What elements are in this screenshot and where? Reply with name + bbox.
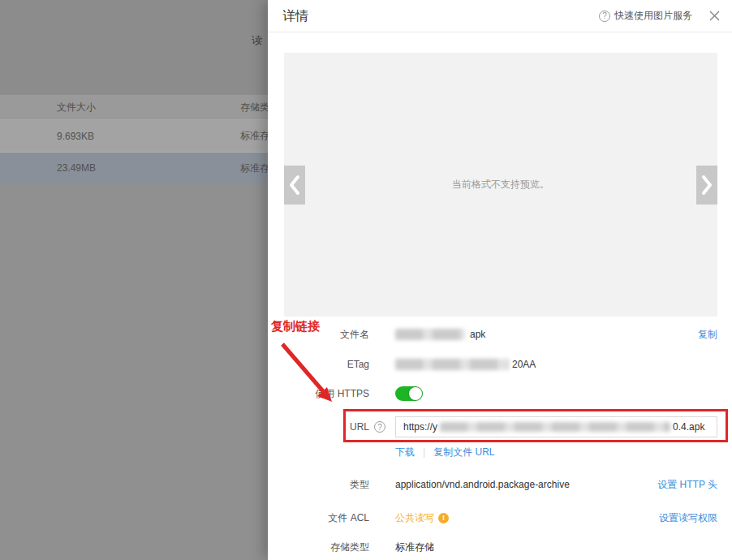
- type-value: application/vnd.android.package-archive: [395, 479, 570, 490]
- blurred-url-middle: [440, 422, 670, 432]
- annotation-copy-link-text: 复制链接: [271, 319, 320, 334]
- type-row: 类型 application/vnd.android.package-archi…: [268, 476, 732, 493]
- https-row: 使用 HTTPS: [268, 384, 732, 403]
- etag-label: ETag: [268, 359, 369, 370]
- panel-header-actions: ? 快速使用图片服务: [599, 0, 721, 32]
- acl-value-text: 公共读写: [395, 511, 434, 525]
- next-file-button[interactable]: [696, 166, 717, 205]
- etag-value: 20AA: [395, 359, 536, 370]
- link-separator: |: [423, 446, 425, 458]
- acl-value: 公共读写 !: [395, 511, 449, 525]
- storage-value: 标准存储: [395, 541, 434, 554]
- filename-suffix: apk: [470, 329, 485, 340]
- panel-title: 详情: [282, 0, 308, 32]
- file-preview-area: 当前格式不支持预览。: [284, 53, 717, 317]
- etag-suffix: 20AA: [512, 359, 536, 370]
- panel-header: 详情 ? 快速使用图片服务: [268, 0, 732, 32]
- url-actions: 下载 | 复制文件 URL: [395, 446, 494, 459]
- file-size-value: 23.49MB: [57, 153, 96, 183]
- url-help-icon[interactable]: ?: [374, 421, 385, 433]
- acl-row: 文件 ACL 公共读写 ! 设置读写权限: [268, 509, 732, 527]
- toggle-knob: [409, 387, 422, 400]
- url-row: URL ? https://y 0.4.apk: [268, 416, 732, 438]
- question-circle-icon: ?: [599, 11, 610, 22]
- url-label: URL: [268, 421, 369, 433]
- col-storage-class: 存储类: [240, 95, 269, 119]
- filename-row: 文件名 apk 复制: [268, 325, 732, 343]
- url-suffix: 0.4.apk: [673, 421, 704, 433]
- col-file-size: 文件大小: [57, 95, 96, 119]
- acl-label: 文件 ACL: [268, 511, 369, 525]
- close-icon[interactable]: [708, 10, 721, 22]
- copy-file-url-link[interactable]: 复制文件 URL: [433, 446, 494, 459]
- url-prefix: https://y: [403, 421, 437, 433]
- url-input[interactable]: https://y 0.4.apk: [395, 416, 717, 437]
- storage-row: 存储类型 标准存储: [268, 538, 732, 556]
- storage-class-value: 标准存: [240, 120, 269, 152]
- storage-label: 存储类型: [268, 541, 369, 554]
- storage-class-value: 标准存: [240, 153, 269, 183]
- previous-file-button[interactable]: [284, 166, 305, 205]
- url-actions-row: 下载 | 复制文件 URL: [268, 444, 732, 460]
- blurred-filename: [395, 329, 465, 340]
- chevron-left-icon: [284, 166, 305, 205]
- set-acl-link[interactable]: 设置读写权限: [659, 511, 717, 525]
- quick-image-service-link[interactable]: 快速使用图片服务: [614, 9, 692, 23]
- warning-icon: !: [438, 513, 449, 523]
- etag-row: ETag 20AA: [268, 355, 732, 373]
- filename-value: apk: [395, 329, 485, 340]
- type-label: 类型: [268, 478, 369, 492]
- preview-unsupported-message: 当前格式不支持预览。: [284, 53, 717, 317]
- file-size-value: 9.693KB: [57, 120, 94, 152]
- chevron-right-icon: [696, 166, 717, 205]
- blurred-etag: [395, 359, 509, 370]
- details-panel: 详情 ? 快速使用图片服务 当前格式不支持预览。 文件名: [268, 0, 732, 560]
- set-http-headers-link[interactable]: 设置 HTTP 头: [657, 478, 717, 492]
- use-https-label: 使用 HTTPS: [268, 387, 369, 401]
- https-toggle[interactable]: [395, 386, 423, 401]
- download-link[interactable]: 下载: [395, 446, 415, 459]
- background-partial-text: 读: [252, 33, 262, 48]
- copy-filename-link[interactable]: 复制: [698, 328, 717, 342]
